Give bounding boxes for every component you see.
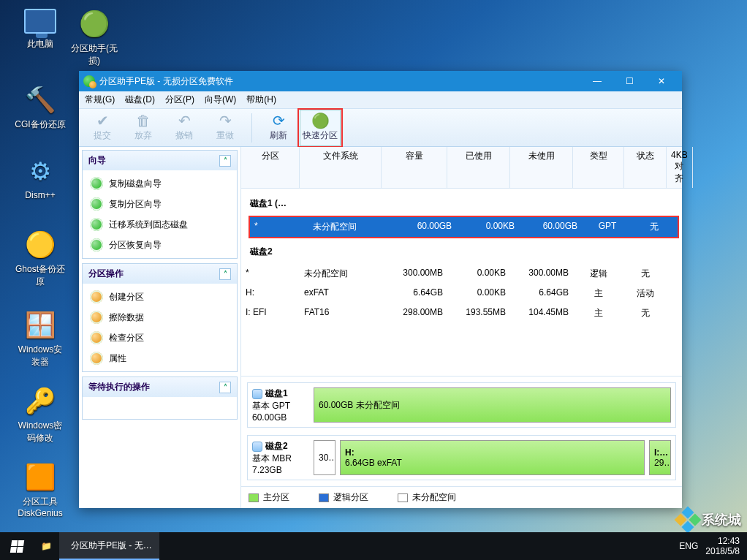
op-icon [90,311,103,324]
app-window: 分区助手PE版 - 无损分区免费软件 ― ☐ ✕ 常规(G) 磁盘(D) 分区(… [79,71,682,508]
table-row[interactable]: H:exFAT6.64GB0.00KB6.64GB主活动是 [241,284,682,303]
discard-icon: 🗑 [136,113,151,128]
chevron-up-icon[interactable]: ˄ [219,155,231,167]
desktop-icon-diskgenius[interactable]: 🟧 分区工具 DiskGenius [13,459,67,518]
dg-icon: 🟧 [23,459,58,494]
sidebar-item-migrate-ssd[interactable]: 迁移系统到固态磁盘 [84,214,235,235]
chevron-up-icon[interactable]: ˄ [219,382,231,393]
taskbar-app[interactable]: 分区助手PE版 - 无… [59,532,159,560]
pa-icon: 🟢 [77,6,112,41]
desktop-icon-cgi[interactable]: 🔨 CGI备份还原 [13,82,67,131]
segment-h[interactable]: H: 6.64GB exFAT [340,440,645,475]
disk-group-2[interactable]: 磁盘2 [241,240,682,264]
ime-indicator[interactable]: ENG [679,541,698,551]
disk-icon [252,389,262,399]
disk-map-2[interactable]: 磁盘2 基本 MBR 7.23GB 30… H: 6.64GB exFAT I:… [247,435,676,480]
op-icon [90,331,103,344]
menu-help[interactable]: 帮助(H) [246,94,276,106]
menubar: 常规(G) 磁盘(D) 分区(P) 向导(W) 帮助(H) [79,91,682,109]
segment-i[interactable]: I:… 29… [649,440,671,475]
menu-wizard[interactable]: 向导(W) [205,94,236,106]
col-partition[interactable]: 分区 [241,147,300,188]
segment-unallocated[interactable]: 60.00GB 未分配空间 [314,387,671,423]
op-icon [90,290,103,303]
disk-map-1[interactable]: 磁盘1 基本 GPT 60.00GB 60.00GB 未分配空间 [247,382,676,428]
disk-group-1[interactable]: 磁盘1 (… [241,192,682,216]
op-icon [90,352,103,365]
taskbar: 📁 分区助手PE版 - 无… ENG 12:43 2018/5/8 [0,532,747,560]
redo-button[interactable]: ↷重做 [205,110,246,146]
table-row[interactable]: * 未分配空间 60.00GB 0.00KB 60.00GB GPT 无 是 [250,217,678,237]
titlebar[interactable]: 分区助手PE版 - 无损分区免费软件 ― ☐ ✕ [79,71,682,91]
start-button[interactable] [0,532,34,560]
desktop-icon-win-installer[interactable]: 🪟 Windows安 装器 [13,307,67,368]
sidebar-item-properties[interactable]: 属性 [84,348,235,368]
label: 分区工具 DiskGenius [13,496,67,518]
refresh-button[interactable]: ⟳刷新 [258,110,299,146]
col-type[interactable]: 类型 [573,147,624,188]
check-icon: ✔ [96,113,109,128]
win-icon: 🪟 [23,307,58,342]
menu-disk[interactable]: 磁盘(D) [125,94,155,106]
sidebar-item-partition-recovery[interactable]: 分区恢复向导 [84,235,235,255]
col-status[interactable]: 状态 [624,147,667,188]
label: Ghost备份还 原 [13,263,67,288]
panel-pending: 等待执行的操作˄ [82,377,238,420]
highlight-box: * 未分配空间 60.00GB 0.00KB 60.00GB GPT 无 是 [249,216,679,238]
toolbar: ✔提交 🗑放弃 ↶撤销 ↷重做 ⟳刷新 🟢快速分区 [79,109,682,147]
panel-header[interactable]: 等待执行的操作˄ [83,377,237,397]
separator [251,113,252,143]
label: Dism++ [13,190,67,200]
panel-partition-ops: 分区操作˄ 创建分区 擦除数据 检查分区 属性 [82,263,238,372]
col-fs[interactable]: 文件系统 [300,147,382,188]
sidebar-item-create[interactable]: 创建分区 [84,287,235,307]
desktop-icon-dism[interactable]: ⚙ Dism++ [13,154,67,200]
panel-header[interactable]: 分区操作˄ [83,264,237,284]
desktop-icon-win-password[interactable]: 🔑 Windows密 码修改 [13,383,67,444]
gear-icon: ⚙ [23,154,58,189]
panel-header[interactable]: 向导˄ [83,151,237,170]
grid-header: 分区 文件系统 容量 已使用 未使用 类型 状态 4KB对齐 [241,147,682,189]
disk-icon [252,442,262,452]
refresh-icon: ⟳ [273,113,285,128]
sidebar: 向导˄ 复制磁盘向导 复制分区向导 迁移系统到固态磁盘 分区恢复向导 分区操作˄… [79,147,241,508]
maximize-button[interactable]: ☐ [613,71,645,91]
discard-button[interactable]: 🗑放弃 [123,110,164,146]
partition-list[interactable]: 磁盘1 (… * 未分配空间 60.00GB 0.00KB 60.00GB GP… [241,189,682,376]
label: Windows安 装器 [13,344,67,368]
col-capacity[interactable]: 容量 [382,147,447,188]
menu-general[interactable]: 常规(G) [85,94,115,106]
quick-partition-button[interactable]: 🟢快速分区 [300,110,341,146]
chevron-up-icon[interactable]: ˄ [219,268,231,280]
minimize-button[interactable]: ― [581,71,613,91]
menu-partition[interactable]: 分区(P) [165,94,194,106]
wizard-icon [90,197,103,211]
col-free[interactable]: 未使用 [510,147,573,188]
desktop-icon-ghost[interactable]: 🟡 Ghost备份还 原 [13,227,67,288]
close-button[interactable]: ✕ [645,71,678,91]
table-row[interactable]: I: EFIFAT16298.00MB193.55MB104.45MB主无是 [241,303,682,323]
watermark: 系统城 [678,510,741,529]
panel-wizard: 向导˄ 复制磁盘向导 复制分区向导 迁移系统到固态磁盘 分区恢复向导 [82,150,238,259]
desktop-icon-this-pc[interactable]: 此电脑 [13,6,67,50]
sidebar-item-copy-disk[interactable]: 复制磁盘向导 [84,173,235,194]
swatch-logical [319,493,329,502]
col-used[interactable]: 已使用 [447,147,510,188]
undo-button[interactable]: ↶撤销 [164,110,205,146]
col-align[interactable]: 4KB对齐 [667,147,693,188]
quick-icon: 🟢 [311,113,330,128]
sidebar-item-copy-partition[interactable]: 复制分区向导 [84,194,235,214]
segment-unallocated[interactable]: 30… [314,440,335,475]
desktop-icon-partition-assistant[interactable]: 🟢 分区助手(无 损) [67,6,121,67]
commit-button[interactable]: ✔提交 [82,110,123,146]
sidebar-item-wipe[interactable]: 擦除数据 [84,307,235,328]
sidebar-item-check[interactable]: 检查分区 [84,328,235,348]
hammer-icon: 🔨 [23,82,58,117]
main-pane: 分区 文件系统 容量 已使用 未使用 类型 状态 4KB对齐 磁盘1 (… * … [241,147,682,508]
label: CGI备份还原 [13,118,67,131]
legend: 主分区 逻辑分区 未分配空间 [241,486,682,508]
app-icon [83,75,95,87]
clock[interactable]: 12:43 2018/5/8 [705,536,740,557]
table-row[interactable]: *未分配空间300.00MB0.00KB300.00MB逻辑无是 [241,264,682,284]
taskbar-explorer[interactable]: 📁 [34,532,59,560]
